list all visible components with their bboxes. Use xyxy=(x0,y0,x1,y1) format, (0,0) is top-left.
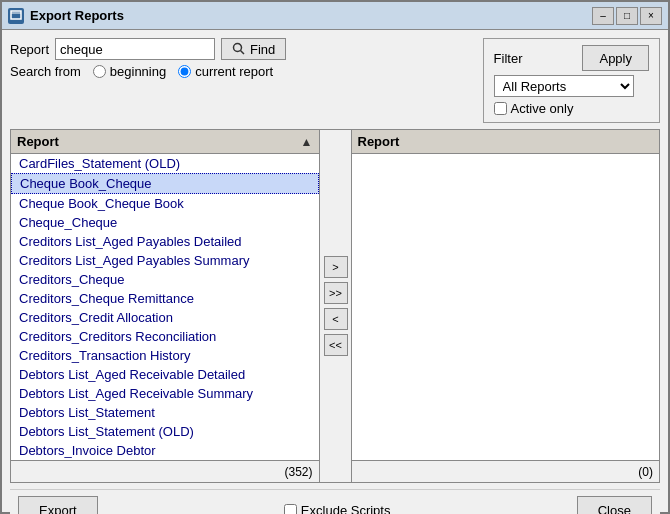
main-list-area: Report ▲ CardFiles_Statement (OLD)Cheque… xyxy=(10,129,660,483)
search-from-label: Search from xyxy=(10,64,81,79)
search-icon xyxy=(232,42,246,56)
bottom-bar: Export Exclude Scripts Close xyxy=(10,489,660,514)
list-item[interactable]: Creditors_Credit Allocation xyxy=(11,308,319,327)
active-only-row: Active only xyxy=(494,101,649,116)
svg-point-2 xyxy=(234,44,242,52)
list-item[interactable]: Debtors List_Aged Receivable Summary xyxy=(11,384,319,403)
filter-dropdown[interactable]: All Reports Active Reports Inactive Repo… xyxy=(494,75,634,97)
svg-rect-0 xyxy=(11,11,21,19)
radio-beginning[interactable]: beginning xyxy=(93,64,166,79)
list-item[interactable]: CardFiles_Statement (OLD) xyxy=(11,154,319,173)
left-controls: Report Find Search from be xyxy=(10,38,286,79)
middle-buttons: > >> < << xyxy=(320,130,352,482)
remove-selected-button[interactable]: < xyxy=(324,308,348,330)
list-item[interactable]: Creditors_Transaction History xyxy=(11,346,319,365)
list-item[interactable]: Debtors List_Aged Receivable Detailed xyxy=(11,365,319,384)
radio-current-report[interactable]: current report xyxy=(178,64,273,79)
search-from-row: Search from beginning current report xyxy=(10,64,286,79)
list-item[interactable]: Cheque Book_Cheque Book xyxy=(11,194,319,213)
list-item[interactable]: Creditors_Cheque xyxy=(11,270,319,289)
list-item[interactable]: Cheque_Cheque xyxy=(11,213,319,232)
list-item[interactable]: Creditors_Cheque Remittance xyxy=(11,289,319,308)
radio-beginning-input[interactable] xyxy=(93,65,106,78)
minimize-button[interactable]: – xyxy=(592,7,614,25)
right-list-items xyxy=(352,154,660,460)
report-row: Report Find xyxy=(10,38,286,60)
export-reports-window: Export Reports – □ × Report xyxy=(0,0,670,514)
close-button[interactable]: × xyxy=(640,7,662,25)
list-item[interactable]: Creditors List_Aged Payables Detailed xyxy=(11,232,319,251)
close-button[interactable]: Close xyxy=(577,496,652,514)
title-bar: Export Reports – □ × xyxy=(2,2,668,30)
left-list-footer: (352) xyxy=(11,460,319,482)
sort-indicator: ▲ xyxy=(301,135,313,149)
find-button[interactable]: Find xyxy=(221,38,286,60)
remove-all-button[interactable]: << xyxy=(324,334,348,356)
filter-box: Filter Apply All Reports Active Reports … xyxy=(483,38,660,123)
window-icon xyxy=(8,8,24,24)
exclude-scripts-row: Exclude Scripts xyxy=(284,503,391,515)
add-all-button[interactable]: >> xyxy=(324,282,348,304)
list-item[interactable]: Debtors_Invoice Debtor xyxy=(11,441,319,460)
export-button[interactable]: Export xyxy=(18,496,98,514)
list-item[interactable]: Debtors List_Statement xyxy=(11,403,319,422)
report-label: Report xyxy=(10,42,49,57)
active-only-checkbox[interactable] xyxy=(494,102,507,115)
list-item[interactable]: Creditors_Creditors Reconciliation xyxy=(11,327,319,346)
right-list-footer: (0) xyxy=(352,460,660,482)
window-controls: – □ × xyxy=(592,7,662,25)
report-input[interactable] xyxy=(55,38,215,60)
exclude-scripts-checkbox[interactable] xyxy=(284,504,297,515)
list-item[interactable]: Debtors List_Statement (OLD) xyxy=(11,422,319,441)
active-only-label: Active only xyxy=(511,101,574,116)
right-list-panel: Report (0) xyxy=(352,130,660,482)
svg-line-3 xyxy=(241,51,245,55)
maximize-button[interactable]: □ xyxy=(616,7,638,25)
filter-title: Filter xyxy=(494,51,523,66)
exclude-scripts-label: Exclude Scripts xyxy=(301,503,391,515)
top-section: Report Find Search from be xyxy=(10,38,660,123)
content-area: Report Find Search from be xyxy=(2,30,668,514)
list-item[interactable]: Cheque Book_Cheque xyxy=(11,173,319,194)
left-list-header: Report ▲ xyxy=(11,130,319,154)
left-list-panel: Report ▲ CardFiles_Statement (OLD)Cheque… xyxy=(11,130,320,482)
apply-button[interactable]: Apply xyxy=(582,45,649,71)
radio-current-report-input[interactable] xyxy=(178,65,191,78)
add-selected-button[interactable]: > xyxy=(324,256,348,278)
window-title: Export Reports xyxy=(30,8,592,23)
left-list-items[interactable]: CardFiles_Statement (OLD)Cheque Book_Che… xyxy=(11,154,319,460)
right-list-header: Report xyxy=(352,130,660,154)
list-item[interactable]: Creditors List_Aged Payables Summary xyxy=(11,251,319,270)
